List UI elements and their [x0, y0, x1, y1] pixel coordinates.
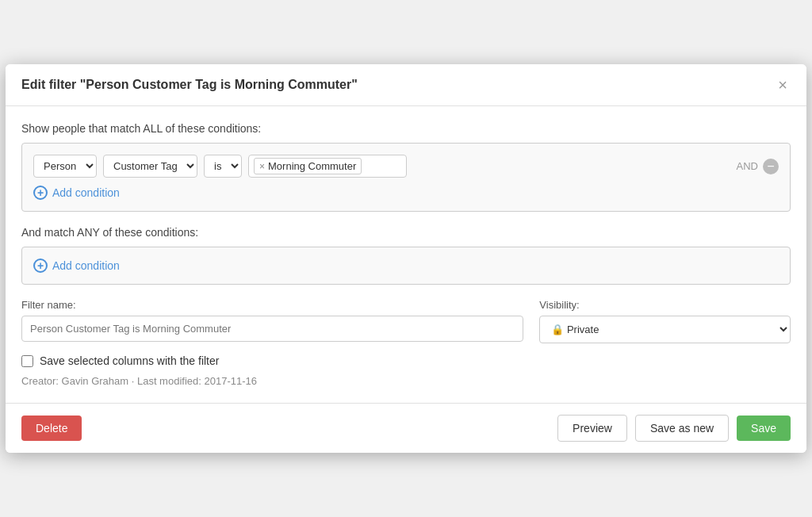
all-conditions-block: Person Customer Tag is × Morning Commute…: [21, 143, 791, 212]
modal-footer: Delete Preview Save as new Save: [6, 403, 806, 453]
save-columns-label: Save selected columns with the filter: [40, 354, 219, 367]
save-as-new-button[interactable]: Save as new: [635, 415, 729, 442]
tag-input-wrapper: × Morning Commuter: [248, 155, 407, 178]
modal-body: Show people that match ALL of these cond…: [6, 106, 806, 403]
visibility-select[interactable]: 🔒 Private Public: [539, 316, 791, 343]
add-condition-label-all: Add condition: [52, 186, 120, 199]
subject-select[interactable]: Person: [33, 155, 97, 178]
any-conditions-label: And match ANY of these conditions:: [21, 226, 791, 239]
field-select[interactable]: Customer Tag: [103, 155, 197, 178]
delete-button[interactable]: Delete: [21, 416, 82, 441]
condition-row-1: Person Customer Tag is × Morning Commute…: [33, 155, 779, 178]
save-button[interactable]: Save: [737, 416, 791, 441]
tag-remove[interactable]: ×: [259, 161, 265, 172]
filter-name-input[interactable]: [21, 316, 523, 342]
meta-info: Creator: Gavin Graham · Last modified: 2…: [21, 375, 791, 387]
plus-icon-all: +: [33, 186, 48, 200]
tag-value: Morning Commuter: [268, 160, 356, 172]
visibility-label: Visibility:: [539, 299, 791, 311]
preview-button[interactable]: Preview: [557, 415, 627, 442]
any-conditions-block: + Add condition: [21, 247, 791, 285]
filter-name-group: Filter name:: [21, 299, 523, 343]
modal-title: Edit filter "Person Customer Tag is Morn…: [21, 78, 358, 92]
all-conditions-label: Show people that match ALL of these cond…: [21, 122, 791, 135]
filter-name-label: Filter name:: [21, 299, 523, 311]
add-condition-label-any: Add condition: [52, 259, 120, 272]
operator-select[interactable]: is: [204, 155, 242, 178]
footer-right: Preview Save as new Save: [557, 415, 791, 442]
remove-condition-button[interactable]: −: [763, 159, 779, 174]
add-condition-button-any[interactable]: + Add condition: [33, 258, 120, 273]
modal-header: Edit filter "Person Customer Tag is Morn…: [6, 64, 806, 106]
plus-icon-any: +: [33, 258, 48, 273]
filter-name-visibility-row: Filter name: Visibility: 🔒 Private Publi…: [21, 299, 791, 343]
save-columns-checkbox[interactable]: [21, 355, 33, 367]
and-label-wrapper: AND −: [737, 159, 779, 174]
add-condition-button-all[interactable]: + Add condition: [33, 186, 120, 200]
save-columns-row: Save selected columns with the filter: [21, 354, 791, 367]
tag-chip: × Morning Commuter: [254, 158, 362, 174]
close-button[interactable]: ×: [775, 77, 791, 93]
modal-overlay: Edit filter "Person Customer Tag is Morn…: [0, 0, 812, 517]
visibility-group: Visibility: 🔒 Private Public: [539, 299, 791, 343]
and-text: AND: [737, 160, 758, 172]
modal-dialog: Edit filter "Person Customer Tag is Morn…: [6, 64, 806, 453]
